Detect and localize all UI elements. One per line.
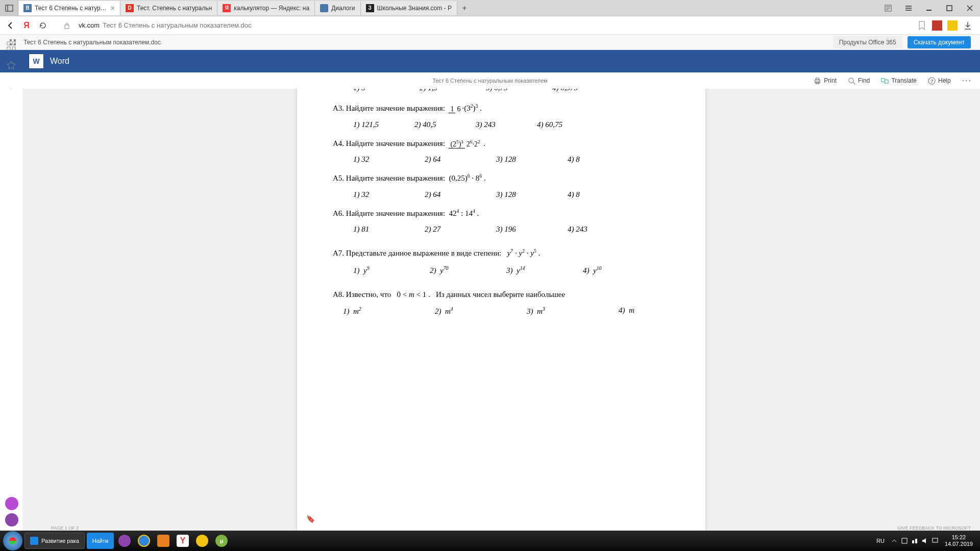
tray-flag-icon[interactable] [901,537,908,544]
taskbar-app-5[interactable] [193,532,211,549]
url-input[interactable]: vk.com Тест 6 Степень с натуральным пока… [75,18,913,33]
left-rail [0,35,22,531]
taskbar-media-icon[interactable] [155,532,172,549]
taskbar-clock[interactable]: 15:22 14.07.2019 [945,534,973,547]
tray-volume-icon[interactable] [921,537,928,544]
print-button[interactable]: Print [814,77,837,85]
tray-action-icon[interactable] [932,537,939,544]
browser-tab-3[interactable]: Я калькулятор — Яндекс: на [217,1,315,15]
taskbar: Развитие рака Найти Y µ RU 15:22 14.07.2… [0,531,980,551]
tray-network-icon[interactable] [911,537,918,544]
document-page: 1) 3 2) 1,5 3) 0,75 4) 0,375 A3. Найдите… [297,89,705,531]
taskbar-search[interactable]: Найти [87,533,114,549]
svg-rect-0 [6,5,13,11]
svg-rect-36 [933,538,938,542]
tab-label: Тест. Степень с натуральн [137,5,212,12]
browser-tab-2[interactable]: D Тест. Степень с натуральн [120,1,217,15]
back-button[interactable] [4,19,16,32]
word-header: W Word [0,50,980,72]
taskbar-app-1[interactable] [116,532,133,549]
a7-opt1: 1) y9 [353,265,384,275]
a2-opt3: 3) 0,75 [486,89,517,92]
download-document-button[interactable]: Скачать документ [908,36,971,48]
question-a7: A7. Представьте данное выражение в виде … [333,247,670,260]
sidebar-toggle-icon[interactable] [0,0,18,16]
question-a5: A5. Найдите значение выражения: (0,25)6 … [333,172,670,185]
extension-icon-2[interactable] [947,20,958,31]
dock-icon-2[interactable] [5,513,18,527]
a7-opt4: 4) y10 [583,265,614,275]
a7-opt3: 3) y14 [506,265,537,275]
document-viewport[interactable]: 1) 3 2) 1,5 3) 0,75 4) 0,375 A3. Найдите… [22,89,980,531]
favorites-icon[interactable] [6,60,16,70]
close-icon[interactable]: × [111,4,115,12]
browser-tab-1[interactable]: B Тест 6 Степень с натура… × [18,1,120,15]
taskbar-yandex-icon[interactable]: Y [174,532,191,549]
a2-opt1: 1) 3 [353,89,384,92]
doc-filename: Тест 6 Степень с натуральным показателем… [23,39,161,46]
url-path: Тест 6 Степень с натуральным показателем… [103,21,251,29]
svg-rect-24 [816,78,819,80]
reader-mode-icon[interactable] [878,0,898,16]
maximize-button[interactable] [939,0,960,16]
start-button[interactable] [3,531,22,550]
dock-icon-1[interactable] [5,497,18,510]
lock-icon [63,22,70,29]
a7-opt2: 2) y70 [430,265,460,275]
language-indicator[interactable]: RU [876,538,885,544]
browser-tab-5[interactable]: З Школьные Знания.com - Р [361,1,457,15]
tray-up-icon[interactable] [891,537,898,544]
question-a4: A4. Найдите значение выражения: (25)326·… [333,137,670,151]
taskbar-ie-icon[interactable] [135,532,153,549]
downloads-icon[interactable] [963,20,973,31]
svg-rect-17 [12,47,15,50]
svg-rect-13 [65,25,69,29]
browser-tab-strip: B Тест 6 Степень с натура… × D Тест. Сте… [0,0,980,16]
taskbar-utorrent-icon[interactable]: µ [213,532,230,549]
close-button[interactable] [960,0,980,16]
find-button[interactable]: Find [848,77,870,85]
menu-icon[interactable] [898,0,919,16]
svg-rect-10 [947,6,952,11]
svg-rect-33 [902,538,907,543]
tab-label: калькулятор — Яндекс: на [234,5,309,12]
new-tab-button[interactable]: + [457,1,472,15]
a8-opt3: 3) m3 [527,306,557,316]
word-app-name: Word [50,57,69,66]
svg-rect-16 [7,47,10,50]
apps-icon[interactable] [6,41,16,51]
reload-button[interactable] [37,19,49,32]
page-bookmark-icon[interactable]: 🔖 [306,515,315,523]
office-bar: Тест 6 Степень с натуральным показателем… [0,35,980,50]
a8-opt2: 2) m4 [435,306,465,316]
help-button[interactable]: ?Help [928,77,951,85]
svg-rect-35 [915,539,917,543]
svg-rect-14 [7,42,10,45]
a2-opt4: 4) 0,375 [552,89,583,92]
a8-opt1: 1) m2 [343,306,374,316]
more-icon[interactable]: ··· [962,76,972,85]
office-products-button[interactable]: Продукты Office 365 [833,36,902,48]
yandex-icon[interactable]: Я [20,19,33,32]
feedback-link[interactable]: GIVE FEEDBACK TO MICROSOFT [897,525,971,531]
question-a3: A3. Найдите значение выражения: 16·(32)3… [333,102,670,115]
word-logo-icon: W [29,54,44,69]
browser-tab-4[interactable]: Диалоги [315,1,360,15]
word-toolbar: Тест 6 Степень с натуральным показателем… [0,72,980,89]
svg-rect-29 [885,80,889,83]
a8-opt4: 4) m [619,306,649,316]
minimize-button[interactable] [919,0,939,16]
svg-rect-28 [881,78,885,82]
translate-button[interactable]: Translate [881,77,917,85]
tab-label: Тест 6 Степень с натура… [35,5,108,12]
question-a6: A6. Найдите значение выражения: 424 : 14… [333,207,670,220]
address-bar: Я vk.com Тест 6 Степень с натуральным по… [0,16,980,35]
extension-icon-1[interactable] [932,20,942,31]
svg-rect-15 [12,42,15,45]
bookmark-icon[interactable] [917,20,927,31]
page-indicator: PAGE 1 OF 2 [51,525,79,531]
svg-line-27 [853,82,855,84]
svg-point-26 [849,78,853,82]
tab-label: Диалоги [331,5,355,12]
taskbar-item-1[interactable]: Развитие рака [24,533,85,549]
